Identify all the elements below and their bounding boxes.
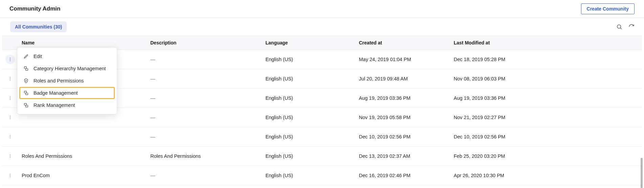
cell-created: Nov 19, 2019 05:58 PM: [356, 108, 450, 127]
cell-description: —: [147, 185, 262, 188]
column-header-description[interactable]: Description: [147, 36, 262, 50]
kebab-menu-icon[interactable]: [5, 151, 15, 161]
svg-point-11: [10, 116, 10, 116]
header-bar: Community Admin Create Community: [0, 0, 644, 18]
cell-language: English (US): [262, 108, 356, 127]
column-header-actions: [2, 36, 18, 50]
create-community-button[interactable]: Create Community: [581, 3, 635, 14]
kebab-menu-icon[interactable]: [5, 55, 15, 64]
refresh-icon[interactable]: [628, 24, 635, 30]
context-menu-item[interactable]: Roles and Permissions: [19, 75, 115, 87]
svg-point-9: [10, 98, 10, 98]
cell-created: Jul 20, 2019 09:48 AM: [356, 69, 450, 89]
svg-point-6: [10, 78, 10, 79]
context-menu-item-label: Badge Management: [34, 90, 78, 96]
cell-modified: Dec 16, 2019 05:09 PM: [450, 185, 642, 188]
badge-icon: [23, 90, 29, 96]
svg-point-16: [10, 138, 10, 138]
column-header-language[interactable]: Language: [262, 36, 356, 50]
svg-point-2: [10, 58, 10, 58]
cell-name: New QA community: [18, 185, 147, 188]
cell-language: English (US): [262, 127, 356, 147]
context-menu-item[interactable]: Category Hierarchy Management: [19, 62, 115, 75]
svg-point-21: [10, 175, 10, 176]
table-row: Roles And PermissionsRoles And Permissio…: [2, 147, 642, 166]
svg-point-4: [10, 60, 10, 61]
svg-rect-27: [26, 69, 28, 70]
svg-rect-28: [24, 91, 27, 93]
kebab-menu-icon[interactable]: [5, 113, 15, 122]
column-header-modified[interactable]: Last Modified at: [450, 36, 642, 50]
search-icon[interactable]: [616, 24, 622, 30]
context-menu-item-label: Rank Management: [34, 102, 75, 108]
svg-point-8: [10, 96, 10, 97]
cell-language: English (US): [262, 166, 356, 185]
filter-chip-all-communities[interactable]: All Communities (30): [10, 21, 67, 32]
cell-language: English (US): [262, 50, 356, 69]
svg-point-0: [617, 25, 621, 29]
kebab-menu-icon[interactable]: [5, 171, 15, 180]
cell-description: —: [147, 166, 262, 185]
svg-point-17: [10, 154, 10, 155]
column-header-created[interactable]: Created at: [356, 36, 450, 50]
row-actions-cell: [2, 89, 18, 108]
context-menu-item[interactable]: Badge Management: [19, 87, 115, 99]
pencil-icon: [23, 54, 29, 59]
svg-point-14: [10, 135, 10, 136]
cell-modified: Feb 25, 2020 03:20 PM: [450, 147, 642, 166]
cell-modified: Apr 26, 2020 10:30 PM: [450, 166, 642, 185]
svg-point-3: [10, 59, 10, 60]
row-actions-cell: [2, 108, 18, 127]
kebab-menu-icon[interactable]: [5, 74, 15, 83]
row-context-menu: EditCategory Hierarchy ManagementRoles a…: [17, 47, 117, 114]
table-row: Prod EnCom—English (US)Dec 16, 2019 02:4…: [2, 166, 642, 185]
svg-point-15: [10, 136, 10, 137]
cell-description: Roles And Permissions: [147, 147, 262, 166]
context-menu-item-label: Edit: [34, 54, 42, 59]
cell-language: English (US): [262, 89, 356, 108]
hierarchy-icon: [23, 66, 29, 71]
rank-icon: [23, 102, 29, 108]
cell-created: Aug 19, 2019 03:36 PM: [356, 89, 450, 108]
kebab-menu-icon[interactable]: [5, 93, 15, 103]
svg-point-10: [10, 99, 10, 100]
cell-name: Roles And Permissions: [18, 147, 147, 166]
context-menu-item-label: Category Hierarchy Management: [34, 66, 106, 71]
cell-modified: Dec 18, 2019 05:28 PM: [450, 50, 642, 69]
row-actions-cell: [2, 127, 18, 147]
svg-rect-29: [26, 93, 28, 95]
cell-language: Español (Spanish): [262, 185, 356, 188]
cell-description: —: [147, 50, 262, 69]
table-row: —English (US)Dec 10, 2019 02:56 PMDec 10…: [2, 127, 642, 147]
cell-created: Dec 16, 2019 02:46 PM: [356, 166, 450, 185]
cell-name: Prod EnCom: [18, 166, 147, 185]
svg-point-19: [10, 157, 10, 158]
kebab-menu-icon[interactable]: [5, 132, 15, 142]
cell-created: Dec 13, 2019 02:37 AM: [356, 147, 450, 166]
context-menu-item[interactable]: Rank Management: [19, 99, 115, 111]
cell-modified: Nov 21, 2019 02:27 PM: [450, 108, 642, 127]
svg-point-18: [10, 156, 10, 156]
row-actions-cell: [2, 147, 18, 166]
scrollbar-thumb[interactable]: [641, 158, 643, 188]
cell-modified: Nov 08, 2019 06:03 PM: [450, 69, 642, 89]
svg-point-12: [10, 117, 10, 118]
cell-description: —: [147, 89, 262, 108]
cell-description: —: [147, 127, 262, 147]
cell-modified: Dec 10, 2019 02:56 PM: [450, 127, 642, 147]
row-actions-cell: [2, 69, 18, 89]
row-actions-cell: [2, 166, 18, 185]
context-menu-item-label: Roles and Permissions: [34, 78, 84, 83]
table-row: New QA community—Español (Spanish)Dec 16…: [2, 185, 642, 188]
svg-point-13: [10, 118, 10, 119]
cell-created: Dec 16, 2019 05:09 PM: [356, 185, 450, 188]
cell-created: May 24, 2019 01:04 PM: [356, 50, 450, 69]
communities-table-wrap: Name Description Language Created at Las…: [2, 36, 642, 188]
svg-line-1: [620, 28, 621, 29]
svg-point-20: [10, 174, 10, 174]
shield-icon: [23, 78, 29, 83]
cell-description: —: [147, 69, 262, 89]
context-menu-item[interactable]: Edit: [19, 50, 115, 62]
cell-name: [18, 127, 147, 147]
cell-description: —: [147, 108, 262, 127]
